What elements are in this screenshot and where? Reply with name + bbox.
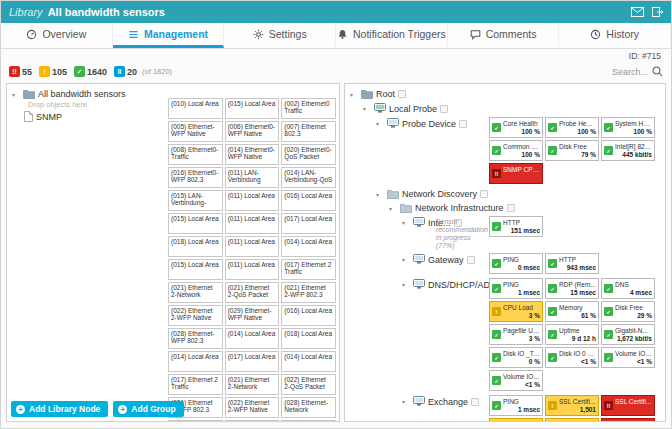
- library-sensor-item[interactable]: (006) Ethernet0-WFP Native: [225, 121, 280, 142]
- library-sensor-item[interactable]: (022) Ethernet 2-WFP Native: [225, 397, 280, 418]
- library-sensor-item[interactable]: (021) Ethernet 2-Network: [225, 374, 280, 395]
- expander-icon[interactable]: ▾: [402, 398, 410, 405]
- library-sensor-item[interactable]: (014) Local Area: [168, 351, 223, 372]
- tab-overview[interactable]: Overview: [1, 23, 113, 48]
- library-sensor-item[interactable]: (014) LAN-Verbindung-QoS: [281, 167, 336, 188]
- sensor-chip-gigabit-net[interactable]: ✓Gigabit-Net...1,672 kbit/s: [601, 324, 655, 345]
- node-label[interactable]: Network Discovery: [402, 189, 477, 199]
- sensor-chip-http[interactable]: ✓HTTP151 msec: [489, 216, 543, 237]
- options-icon[interactable]: [471, 398, 479, 406]
- sensor-chip-ssl-securi[interactable]: !SSL Securi...Weak Proto...: [545, 418, 599, 422]
- sensor-chip-probe-heal[interactable]: ✓Probe Heal...100 %: [545, 117, 599, 138]
- sensor-chip-ssl-securi[interactable]: !!SSL Securi...: [601, 418, 655, 422]
- library-sensor-item[interactable]: (015) Local Area: [168, 213, 223, 234]
- library-sensor-item[interactable]: (010) Local Area: [168, 98, 223, 119]
- library-sensor-item[interactable]: (019) Local Area: [281, 420, 336, 422]
- sensor-chip-disk-io-to[interactable]: ✓Disk IO _To...0 %: [489, 347, 543, 368]
- library-sensor-item[interactable]: (017) Local Area: [281, 213, 336, 234]
- library-sensor-item[interactable]: (014) Ethernet0-WFP Native: [225, 144, 280, 165]
- node-label[interactable]: DNS/DHCP/ADS: [428, 280, 496, 290]
- library-sensor-item[interactable]: (017) Ethernet 2 Traffic: [168, 374, 223, 395]
- sensor-chip-pagefile-us[interactable]: ✓Pagefile Us...3 %: [489, 324, 543, 345]
- sensor-chip-common-s[interactable]: ✓Common S...100 %: [489, 140, 543, 161]
- options-icon[interactable]: [398, 90, 406, 98]
- library-sensor-item[interactable]: (022) Ethernet 2-QoS Packet: [281, 374, 336, 395]
- sensor-chip-cpu-load[interactable]: !CPU Load1 %: [489, 418, 543, 422]
- options-icon[interactable]: [507, 204, 515, 212]
- add-library-node-button[interactable]: +Add Library Node: [11, 401, 108, 417]
- library-sensor-item[interactable]: (022) Ethernet 2-WFP Native: [168, 305, 223, 326]
- library-sensor-item[interactable]: (016) Local Area: [281, 190, 336, 211]
- search-input[interactable]: [538, 67, 648, 77]
- expander-icon[interactable]: ▾: [389, 205, 397, 212]
- sensor-chip-rdp-rem[interactable]: ✓RDP (Rem...15 msec: [545, 278, 599, 299]
- library-node-snmp[interactable]: SNMP: [10, 109, 168, 123]
- sensor-chip-ssl-certifi[interactable]: !SSL Certifi...1,501: [545, 395, 599, 416]
- library-sensor-item[interactable]: (015) LAN-Verbindung-: [168, 190, 223, 211]
- sensor-chip-ping[interactable]: ✓PING0 msec: [489, 253, 543, 274]
- library-sensor-item[interactable]: (011) Local Area: [225, 213, 280, 234]
- library-sensor-item[interactable]: (016) Local Area: [281, 305, 336, 326]
- sensor-chip-core-health[interactable]: ✓Core Health100 %: [489, 117, 543, 138]
- tab-history[interactable]: History: [559, 23, 671, 48]
- sensor-chip-ping[interactable]: ✓PING1 msec: [489, 278, 543, 299]
- library-sensor-item[interactable]: (014) Local Area: [281, 236, 336, 257]
- expander-icon[interactable]: ▾: [402, 281, 410, 288]
- options-icon[interactable]: [467, 256, 475, 264]
- library-sensor-item[interactable]: (011) Local Area: [225, 190, 280, 211]
- library-sensor-item[interactable]: (017) Local Area: [225, 351, 280, 372]
- library-sensor-item[interactable]: (020) Ethernet0-QoS Packet: [281, 144, 336, 165]
- library-sensor-item[interactable]: (014) Local Area: [225, 420, 280, 422]
- expander-icon[interactable]: ▾: [402, 219, 410, 226]
- library-sensor-item[interactable]: (028) Ethernet-WFP 802.3: [168, 328, 223, 349]
- library-sensor-item[interactable]: (007) Ethernet 802.3: [281, 121, 336, 142]
- library-sensor-item[interactable]: (015) Local Area: [168, 259, 223, 280]
- options-icon[interactable]: [440, 105, 448, 113]
- sensor-chip-uptime[interactable]: ✓Uptime9 d 12 h: [545, 324, 599, 345]
- sensor-chip-volume-io[interactable]: ✓Volume IO ...<1 %: [489, 370, 543, 391]
- sensor-count-error[interactable]: !!55: [9, 66, 32, 77]
- tab-settings[interactable]: Settings: [224, 23, 336, 48]
- tab-notification-triggers[interactable]: Notification Triggers: [336, 23, 448, 48]
- search-icon[interactable]: [652, 63, 663, 81]
- mail-icon[interactable]: [631, 7, 644, 17]
- expander-icon[interactable]: ▾: [12, 91, 20, 98]
- node-label[interactable]: Local Probe: [389, 104, 437, 114]
- tab-comments[interactable]: Comments: [448, 23, 560, 48]
- sensor-chip-dns[interactable]: ✓DNS4 msec: [601, 278, 655, 299]
- library-sensor-item[interactable]: (028) Ethernet-Network: [281, 397, 336, 418]
- library-sensor-item[interactable]: (014) Local Area: [281, 351, 336, 372]
- tab-management[interactable]: Management: [113, 23, 225, 48]
- library-sensor-item[interactable]: (018) Local Area: [281, 328, 336, 349]
- node-label[interactable]: Root: [376, 89, 395, 99]
- library-sensor-item[interactable]: (008) Ethernet0-Traffic: [168, 144, 223, 165]
- library-sensor-item[interactable]: (029) Ethernet-WFP Native: [225, 305, 280, 326]
- sensor-chip-ssl-certifi[interactable]: !!SSL Certifi...: [601, 395, 655, 416]
- library-sensor-item[interactable]: (005) Ethernet-WFP Native: [168, 121, 223, 142]
- sensor-chip-disk-free[interactable]: ✓Disk Free79 %: [545, 140, 599, 161]
- library-sensor-item[interactable]: (025) Ethernet-QoS Packet: [168, 420, 223, 422]
- sensor-count-warning[interactable]: !105: [39, 66, 67, 77]
- expander-icon[interactable]: ▾: [402, 256, 410, 263]
- expander-icon[interactable]: ▾: [350, 91, 358, 98]
- library-sensor-item[interactable]: (021) Ethernet 2-Network: [168, 282, 223, 303]
- library-sensor-item[interactable]: (017) Ethernet 2 Traffic: [281, 259, 336, 280]
- expander-icon[interactable]: ▾: [363, 105, 371, 112]
- sensor-chip-ping[interactable]: ✓PING1 msec: [489, 395, 543, 416]
- logout-icon[interactable]: [652, 7, 663, 17]
- library-sensor-item[interactable]: (018) Local Area: [168, 236, 223, 257]
- expander-icon[interactable]: ▾: [376, 120, 384, 127]
- library-sensor-item[interactable]: (021) Ethernet 2-WFP 802.3: [281, 282, 336, 303]
- sensor-chip-memory[interactable]: ✓Memory61 %: [545, 301, 599, 322]
- library-sensor-item[interactable]: (021) Ethernet 2-QoS Packet: [225, 282, 280, 303]
- sensor-chip-intel-r-825[interactable]: ✓Intel[R] 825...445 kbit/s: [601, 140, 655, 161]
- library-root-node[interactable]: ▾ All bandwidth sensors: [10, 87, 168, 100]
- library-sensor-item[interactable]: (011) LAN-Verbindung: [225, 167, 280, 188]
- library-sensor-item[interactable]: (011) Local Area: [225, 259, 280, 280]
- library-sensor-item[interactable]: (011) Local Area: [225, 236, 280, 257]
- sensor-count-ok[interactable]: ✓1640: [74, 66, 107, 77]
- sensor-chip-http[interactable]: ✓HTTP943 msec: [545, 253, 599, 274]
- node-label[interactable]: Network Infrastructure: [415, 203, 504, 213]
- sensor-chip-disk-io-0-c[interactable]: ✓Disk IO 0 C...<1 %: [545, 347, 599, 368]
- node-label[interactable]: Gateway: [428, 255, 464, 265]
